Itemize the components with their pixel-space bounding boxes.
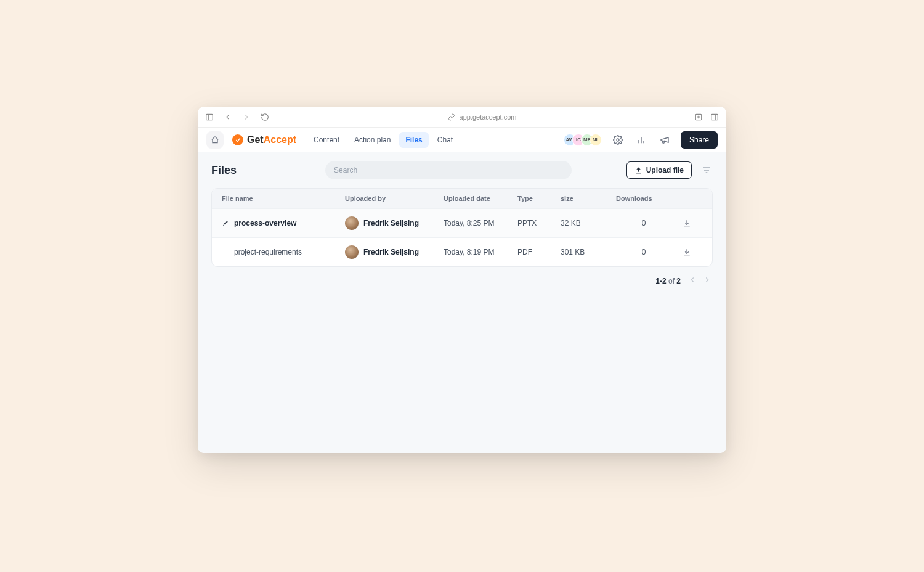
- address-bar[interactable]: app.getaccept.com: [275, 113, 688, 121]
- pagination: 1-2 of 2: [211, 274, 713, 287]
- file-size: 32 KB: [561, 219, 616, 227]
- file-name-text: process-overview: [234, 219, 296, 227]
- filter-icon[interactable]: [700, 165, 713, 175]
- home-button[interactable]: [206, 131, 224, 149]
- upload-label: Upload file: [646, 166, 684, 174]
- nav-tabs: Content Action plan Files Chat: [307, 132, 459, 148]
- page-next-icon[interactable]: [702, 274, 713, 287]
- app-header: GetAccept Content Action plan Files Chat…: [198, 128, 726, 152]
- tab-action-plan[interactable]: Action plan: [348, 132, 397, 148]
- back-icon[interactable]: [224, 113, 232, 121]
- svg-point-7: [617, 139, 619, 141]
- uploaded-date: Today, 8:19 PM: [444, 248, 517, 256]
- share-button[interactable]: Share: [681, 131, 718, 149]
- file-size: 301 KB: [561, 248, 616, 256]
- svg-rect-0: [206, 114, 213, 120]
- table-row[interactable]: project-requirements Fredrik Seijsing To…: [212, 237, 712, 266]
- collaborator-avatars[interactable]: AW IC MP NL: [567, 134, 602, 146]
- avatar: NL: [590, 134, 602, 146]
- download-icon[interactable]: [671, 219, 702, 227]
- col-downloads[interactable]: Downloads: [616, 195, 671, 202]
- upload-file-button[interactable]: Upload file: [626, 161, 692, 179]
- file-downloads: 0: [616, 248, 671, 256]
- tab-files[interactable]: Files: [399, 132, 428, 148]
- page-of: of: [668, 277, 675, 285]
- search-container: [325, 161, 572, 179]
- search-input[interactable]: [325, 161, 572, 179]
- col-size[interactable]: size: [561, 195, 616, 202]
- uploader-name: Fredrik Seijsing: [363, 248, 419, 256]
- page-toolbar: Files Upload file: [211, 161, 713, 179]
- brand-mark-icon: [232, 134, 243, 145]
- page-range: 1-2: [655, 277, 666, 285]
- file-downloads: 0: [616, 219, 671, 227]
- uploader-name: Fredrik Seijsing: [363, 219, 419, 227]
- brand-part1: Get: [247, 134, 264, 145]
- share-chrome-icon[interactable]: [694, 113, 703, 121]
- brand-logo[interactable]: GetAccept: [232, 134, 296, 145]
- tab-content[interactable]: Content: [307, 132, 346, 148]
- file-type: PDF: [517, 248, 561, 256]
- more-icon[interactable]: [702, 218, 713, 228]
- browser-chrome: app.getaccept.com: [198, 107, 726, 128]
- settings-icon[interactable]: [610, 133, 625, 147]
- page-title: Files: [211, 164, 237, 177]
- col-uploaded-by[interactable]: Uploaded by: [345, 195, 444, 202]
- download-icon[interactable]: [671, 248, 702, 256]
- page-prev-icon[interactable]: [687, 274, 698, 287]
- content-area: Files Upload file File name Uploaded by …: [198, 152, 726, 453]
- col-type[interactable]: Type: [517, 195, 561, 202]
- link-icon: [447, 113, 456, 121]
- more-icon[interactable]: [702, 247, 713, 257]
- files-table: File name Uploaded by Uploaded date Type…: [211, 188, 713, 267]
- announce-icon[interactable]: [657, 133, 672, 147]
- col-uploaded-date[interactable]: Uploaded date: [444, 195, 517, 202]
- tabs-chrome-icon[interactable]: [710, 113, 719, 121]
- url-text: app.getaccept.com: [460, 113, 517, 121]
- analytics-icon[interactable]: [634, 133, 649, 147]
- browser-window: app.getaccept.com GetAccept Content Acti…: [198, 107, 726, 453]
- brand-part2: Accept: [264, 134, 296, 145]
- table-header: File name Uploaded by Uploaded date Type…: [212, 189, 712, 208]
- table-row[interactable]: process-overview Fredrik Seijsing Today,…: [212, 208, 712, 237]
- file-name-text: project-requirements: [234, 248, 302, 256]
- page-total: 2: [676, 277, 681, 285]
- svg-rect-5: [711, 114, 718, 120]
- user-avatar: [345, 216, 359, 230]
- forward-icon[interactable]: [242, 113, 251, 121]
- user-avatar: [345, 245, 359, 259]
- col-file-name[interactable]: File name: [222, 195, 345, 202]
- tab-chat[interactable]: Chat: [431, 132, 459, 148]
- file-type: PPTX: [517, 219, 561, 227]
- pin-icon: [222, 219, 229, 228]
- sidebar-toggle-icon[interactable]: [205, 113, 214, 121]
- reload-icon[interactable]: [261, 113, 269, 121]
- uploaded-date: Today, 8:25 PM: [444, 219, 517, 227]
